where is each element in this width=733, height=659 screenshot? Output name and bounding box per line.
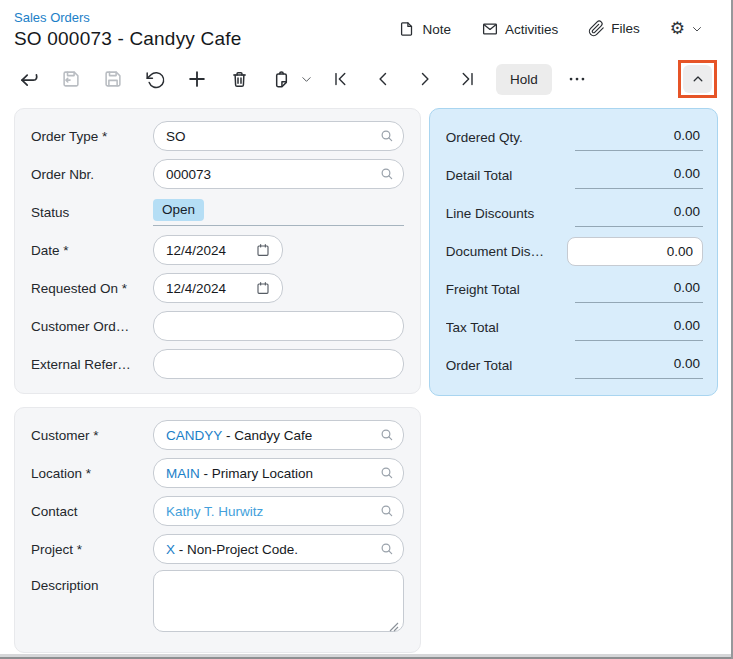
location-row: Location * MAIN - Primary Location: [31, 454, 404, 492]
ordered-qty-value: 0.00: [575, 124, 703, 151]
document-discounts-row: Document Dis…: [446, 232, 703, 270]
trash-icon: [229, 69, 250, 90]
search-icon[interactable]: [379, 541, 395, 557]
search-icon[interactable]: [379, 128, 395, 144]
focus-highlight-box: [678, 60, 717, 98]
line-discounts-label: Line Discounts: [446, 206, 575, 221]
contact-label: Contact: [31, 504, 153, 519]
external-reference-row: External Refer…: [31, 345, 404, 383]
order-nbr-input[interactable]: [153, 159, 404, 189]
add-new-record-button[interactable]: [182, 64, 212, 94]
title-block: Sales Orders SO 000073 - Candyy Cafe: [14, 10, 241, 50]
order-type-row: Order Type *: [31, 117, 404, 155]
ellipsis-icon: [566, 68, 588, 90]
customer-label: Customer *: [31, 428, 153, 443]
breadcrumb[interactable]: Sales Orders: [14, 10, 241, 25]
external-reference-label: External Refer…: [31, 357, 153, 372]
customer-input[interactable]: CANDYY - Candyy Cafe: [153, 420, 404, 450]
customer-order-input[interactable]: [153, 311, 404, 341]
freight-total-value: 0.00: [575, 276, 703, 303]
files-button[interactable]: Files: [588, 20, 640, 37]
record-toolbar: Hold: [0, 59, 731, 99]
page-title: SO 000073 - Candyy Cafe: [14, 28, 241, 50]
location-input[interactable]: MAIN - Primary Location: [153, 458, 404, 488]
first-record-button[interactable]: [326, 64, 356, 94]
first-record-icon: [331, 69, 351, 89]
order-total-value: 0.00: [575, 352, 703, 379]
horizontal-scrollbar[interactable]: [0, 654, 731, 659]
detail-total-row: Detail Total 0.00: [446, 156, 703, 194]
settings-menu-button[interactable]: ⚙: [670, 20, 703, 37]
header: Sales Orders SO 000073 - Candyy Cafe Not…: [0, 0, 731, 50]
detail-total-label: Detail Total: [446, 168, 575, 183]
copy-paste-group: [266, 64, 314, 94]
header-actions: Note Activities Files: [398, 20, 717, 50]
cancel-undo-button[interactable]: [140, 64, 170, 94]
search-icon[interactable]: [379, 465, 395, 481]
more-actions-button[interactable]: [562, 64, 592, 94]
paperclip-icon: [588, 20, 605, 37]
save-button[interactable]: [98, 64, 128, 94]
customer-order-label: Customer Ord…: [31, 319, 153, 334]
contact-input[interactable]: Kathy T. Hurwitz: [153, 496, 404, 526]
save-and-close-button[interactable]: [56, 64, 86, 94]
sales-order-window: Sales Orders SO 000073 - Candyy Cafe Not…: [0, 0, 733, 659]
calendar-icon[interactable]: [255, 280, 271, 296]
previous-record-button[interactable]: [368, 64, 398, 94]
order-type-input[interactable]: [153, 121, 404, 151]
save-and-close-icon: [60, 68, 82, 90]
chevron-down-icon: [301, 74, 312, 85]
contact-link[interactable]: Kathy T. Hurwitz: [166, 504, 263, 519]
left-column: Order Type * Order Nbr.: [14, 108, 421, 653]
date-label: Date *: [31, 243, 153, 258]
chevron-right-icon: [415, 69, 435, 89]
project-code-link[interactable]: X: [166, 542, 175, 557]
back-arrow-icon: [17, 67, 41, 91]
status-badge: Open: [153, 199, 204, 221]
last-record-button[interactable]: [452, 64, 482, 94]
search-icon[interactable]: [379, 427, 395, 443]
freight-total-row: Freight Total 0.00: [446, 270, 703, 308]
clipboard-icon: [271, 69, 292, 90]
ordered-qty-label: Ordered Qty.: [446, 130, 575, 145]
description-textarea[interactable]: [153, 570, 404, 632]
next-record-button[interactable]: [410, 64, 440, 94]
chevron-left-icon: [373, 69, 393, 89]
back-button[interactable]: [14, 64, 44, 94]
line-discounts-row: Line Discounts 0.00: [446, 194, 703, 232]
undo-icon: [145, 69, 166, 90]
location-code-link[interactable]: MAIN: [166, 466, 200, 481]
hold-button[interactable]: Hold: [496, 64, 552, 95]
customer-code-link[interactable]: CANDYY: [166, 428, 222, 443]
freight-total-label: Freight Total: [446, 282, 575, 297]
order-type-label: Order Type *: [31, 129, 153, 144]
search-icon[interactable]: [379, 166, 395, 182]
summary-area: Order Type * Order Nbr.: [0, 99, 731, 653]
external-reference-input[interactable]: [153, 349, 404, 379]
copy-paste-dropdown-button[interactable]: [298, 64, 314, 94]
calendar-icon[interactable]: [255, 242, 271, 258]
copy-paste-button[interactable]: [266, 64, 296, 94]
order-nbr-row: Order Nbr.: [31, 155, 404, 193]
status-label: Status: [31, 205, 153, 220]
document-discounts-input[interactable]: [567, 237, 703, 266]
activities-label: Activities: [505, 22, 558, 37]
detail-total-value: 0.00: [575, 162, 703, 189]
activities-button[interactable]: Activities: [481, 20, 558, 38]
description-label: Description: [31, 570, 153, 642]
project-input[interactable]: X - Non-Project Code.: [153, 534, 404, 564]
last-record-icon: [457, 69, 477, 89]
customer-row: Customer * CANDYY - Candyy Cafe: [31, 416, 404, 454]
line-discounts-value: 0.00: [575, 200, 703, 227]
contact-row: Contact Kathy T. Hurwitz: [31, 492, 404, 530]
search-icon[interactable]: [379, 503, 395, 519]
order-total-label: Order Total: [446, 358, 575, 373]
requested-on-label: Requested On *: [31, 281, 153, 296]
project-row: Project * X - Non-Project Code.: [31, 530, 404, 568]
collapse-summary-button[interactable]: [683, 65, 712, 93]
plus-icon: [186, 68, 208, 90]
files-label: Files: [611, 21, 640, 36]
delete-button[interactable]: [224, 64, 254, 94]
project-label: Project *: [31, 542, 153, 557]
note-button[interactable]: Note: [398, 20, 451, 38]
